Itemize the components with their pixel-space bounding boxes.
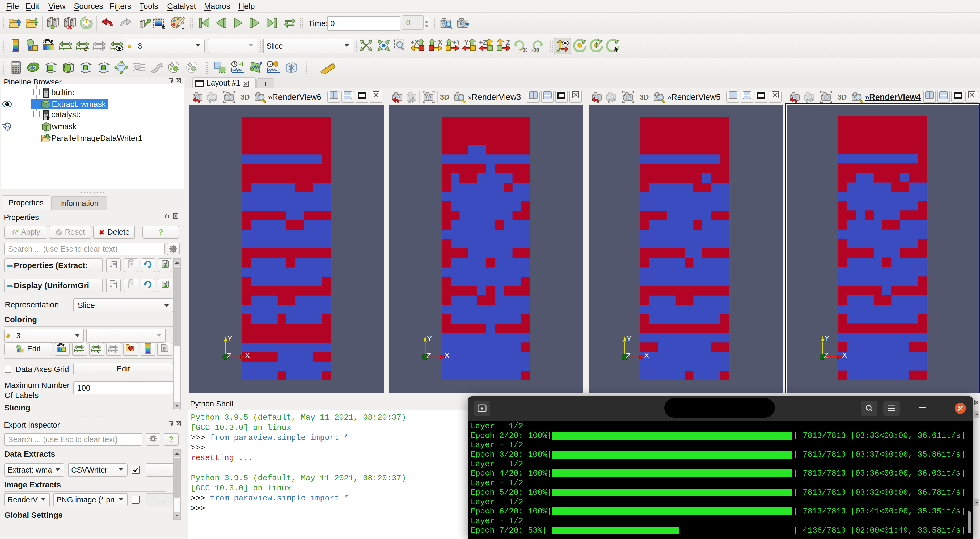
svg-text:Y: Y xyxy=(824,334,830,342)
svg-text:+90: +90 xyxy=(519,47,527,52)
svg-text:X: X xyxy=(245,351,250,360)
svg-text:X: X xyxy=(842,351,847,359)
svg-text:Z: Z xyxy=(626,351,630,360)
svg-text:+Z: +Z xyxy=(479,38,487,46)
svg-text:-90: -90 xyxy=(531,47,539,52)
svg-text:Y: Y xyxy=(427,334,432,343)
svg-text:Y: Y xyxy=(626,334,632,343)
svg-text:Y: Y xyxy=(227,334,232,343)
svg-text:+Y: +Y xyxy=(453,38,460,46)
svg-text:X: X xyxy=(444,351,450,360)
svg-text:-Y: -Y xyxy=(462,38,469,46)
svg-text:-X: -X xyxy=(436,38,442,46)
svg-text:-Z: -Z xyxy=(504,38,511,46)
svg-text:c: c xyxy=(84,44,88,52)
svg-text:c: c xyxy=(97,347,100,353)
svg-text:Z: Z xyxy=(227,351,231,360)
svg-text:Z: Z xyxy=(824,351,829,360)
svg-text:X: X xyxy=(644,351,649,360)
svg-text:+X: +X xyxy=(410,38,419,46)
svg-text:t: t xyxy=(115,347,116,353)
svg-text:Z: Z xyxy=(426,351,431,360)
svg-text:e: e xyxy=(162,345,166,352)
